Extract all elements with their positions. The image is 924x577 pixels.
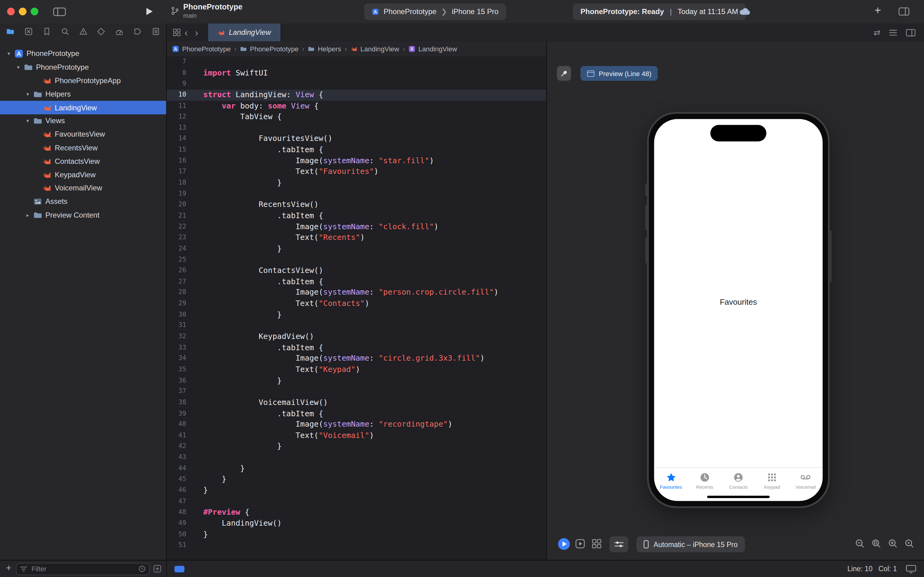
editor-layout-icon[interactable] <box>898 7 910 16</box>
line-number[interactable]: 36 <box>167 375 192 386</box>
zoom-out-icon[interactable] <box>855 539 865 549</box>
line-number[interactable]: 26 <box>167 265 192 276</box>
toggle-navigator-icon[interactable] <box>53 7 66 16</box>
line-number[interactable]: 50 <box>167 529 192 540</box>
add-file-button[interactable]: + <box>0 563 16 575</box>
code-line-19[interactable]: 19 <box>167 189 546 200</box>
code-review-icon[interactable]: ⇄ <box>874 28 881 37</box>
line-number[interactable]: 27 <box>167 276 192 287</box>
zoom-selection-icon[interactable] <box>905 539 914 549</box>
tree-item-phoneprototype[interactable]: ▾PhonePrototype <box>0 61 166 74</box>
disclosure-open-icon[interactable]: ▾ <box>14 64 22 70</box>
run-button[interactable] <box>145 7 153 16</box>
line-number[interactable]: 29 <box>167 298 192 309</box>
line-number[interactable]: 42 <box>167 441 192 452</box>
line-number[interactable]: 12 <box>167 111 192 122</box>
source-control-filter-icon[interactable] <box>153 565 161 573</box>
code-line-34[interactable]: 34 Image(systemName: "circle.grid.3x3.fi… <box>167 353 546 364</box>
code-line-9[interactable]: 9 <box>167 79 546 90</box>
navigator-tab-source-control[interactable] <box>24 27 33 38</box>
code-line-44[interactable]: 44 } <box>167 463 546 474</box>
line-number[interactable]: 14 <box>167 134 192 145</box>
line-number[interactable]: 9 <box>167 79 192 90</box>
code-line-49[interactable]: 49 LandingView() <box>167 518 546 529</box>
code-line-18[interactable]: 18 } <box>167 177 546 189</box>
run-destination[interactable]: iPhone 15 Pro <box>452 8 499 16</box>
code-line-38[interactable]: 38 VoicemailView() <box>167 397 546 408</box>
go-forward-button[interactable]: › <box>191 27 202 38</box>
code-line-15[interactable]: 15 .tabItem { <box>167 145 546 156</box>
code-line-31[interactable]: 31 <box>167 320 546 331</box>
line-number[interactable]: 28 <box>167 287 192 298</box>
code-line-10[interactable]: 10struct LandingView: View { <box>167 90 546 100</box>
source-editor[interactable]: 78import SwiftUI910struct LandingView: V… <box>167 56 546 560</box>
go-back-button[interactable]: ‹ <box>181 27 191 38</box>
code-line-13[interactable]: 13 <box>167 122 546 134</box>
code-line-8[interactable]: 8import SwiftUI <box>167 68 546 79</box>
line-number[interactable]: 30 <box>167 309 192 320</box>
tree-item-recentsview[interactable]: RecentsView <box>0 141 166 155</box>
line-number[interactable]: 23 <box>167 232 192 243</box>
code-line-28[interactable]: 28 Image(systemName: "person.crop.circle… <box>167 287 546 298</box>
zoom-to-fit-icon[interactable] <box>871 539 882 549</box>
line-number[interactable]: 38 <box>167 397 192 408</box>
zoom-in-icon[interactable] <box>888 539 898 549</box>
disclosure-open-icon[interactable]: ▾ <box>5 51 13 57</box>
add-editor-icon[interactable] <box>906 29 916 36</box>
code-line-45[interactable]: 45 } <box>167 474 546 485</box>
tree-item-helpers[interactable]: ▾Helpers <box>0 87 166 101</box>
code-line-43[interactable]: 43 <box>167 452 546 463</box>
line-number[interactable]: 18 <box>167 177 192 189</box>
line-number[interactable]: 35 <box>167 364 192 375</box>
code-line-35[interactable]: 35 Text("Keypad") <box>167 364 546 375</box>
line-number[interactable]: 39 <box>167 408 192 419</box>
tree-item-favouritesview[interactable]: FavouritesView <box>0 128 166 141</box>
line-number[interactable]: 20 <box>167 199 192 210</box>
line-number[interactable]: 11 <box>167 100 192 111</box>
live-preview-play-button[interactable] <box>557 538 570 550</box>
navigator-tab-breakpoints[interactable] <box>133 27 142 38</box>
code-line-22[interactable]: 22 Image(systemName: "clock.fill") <box>167 221 546 232</box>
code-line-25[interactable]: 25 <box>167 254 546 265</box>
line-number[interactable]: 49 <box>167 518 192 529</box>
code-line-30[interactable]: 30 } <box>167 309 546 320</box>
line-number[interactable]: 47 <box>167 496 192 507</box>
line-number[interactable]: 40 <box>167 419 192 430</box>
code-line-32[interactable]: 32 KeypadView() <box>167 331 546 342</box>
code-line-11[interactable]: 11 var body: some View { <box>167 100 546 111</box>
tree-item-voicemailview[interactable]: VoicemailView <box>0 182 166 195</box>
code-line-29[interactable]: 29 Text("Contacts") <box>167 298 546 309</box>
disclosure-closed-icon[interactable]: ▸ <box>24 212 32 218</box>
tab-landingview[interactable]: LandingView <box>208 24 281 41</box>
navigator-tab-find[interactable] <box>61 27 69 38</box>
line-number[interactable]: 25 <box>167 254 192 265</box>
recent-files-clock-icon[interactable] <box>138 565 145 572</box>
phone-tab-voicemail[interactable]: Voicemail <box>789 468 823 501</box>
line-number[interactable]: 15 <box>167 145 192 156</box>
line-number[interactable]: 51 <box>167 540 192 551</box>
code-line-47[interactable]: 47 <box>167 496 546 507</box>
navigator-tab-issues[interactable] <box>79 27 87 38</box>
display-icon[interactable] <box>906 564 916 573</box>
filter-field[interactable] <box>16 562 150 575</box>
preview-grid-button[interactable] <box>592 539 602 549</box>
code-line-16[interactable]: 16 Image(systemName: "star.fill") <box>167 156 546 166</box>
code-line-37[interactable]: 37 <box>167 386 546 397</box>
adjust-editor-icon[interactable] <box>889 29 897 36</box>
code-line-42[interactable]: 42 } <box>167 441 546 452</box>
tree-item-contactsview[interactable]: ContactsView <box>0 155 166 168</box>
code-line-14[interactable]: 14 FavouritesView() <box>167 134 546 145</box>
breadcrumb-segment-landingview[interactable]: SLandingView <box>408 45 457 52</box>
breadcrumb-segment-phoneprototype[interactable]: PhonePrototype <box>240 45 299 52</box>
navigator-tab-project[interactable] <box>6 27 14 38</box>
code-line-26[interactable]: 26 ContactsView() <box>167 265 546 276</box>
tree-item-preview-content[interactable]: ▸Preview Content <box>0 208 166 222</box>
line-number[interactable]: 24 <box>167 243 192 254</box>
zoom-window-button[interactable] <box>31 8 38 15</box>
activity-status[interactable]: PhonePrototype: Ready | Today at 11:15 A… <box>573 4 746 20</box>
tree-item-phoneprototypeapp[interactable]: PhonePrototypeApp <box>0 74 166 87</box>
line-number[interactable]: 37 <box>167 386 192 397</box>
line-number[interactable]: 22 <box>167 221 192 232</box>
tree-item-assets[interactable]: Assets <box>0 195 166 208</box>
line-number[interactable]: 48 <box>167 507 192 518</box>
